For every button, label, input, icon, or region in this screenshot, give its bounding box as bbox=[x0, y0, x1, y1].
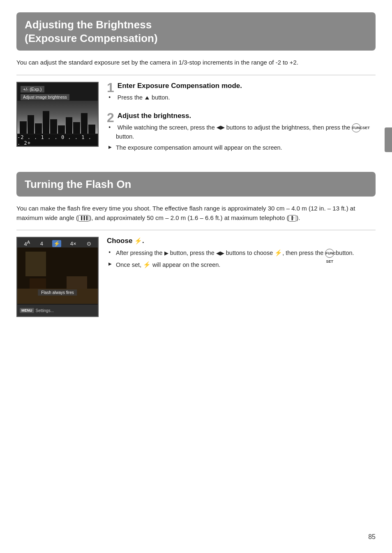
building bbox=[50, 119, 57, 134]
flash-bolt-inline: ⚡ bbox=[274, 249, 282, 256]
telephoto-icon: ▐↑ bbox=[288, 215, 296, 222]
flash-bolt-icon: ⚡ bbox=[134, 237, 142, 244]
page-number: 85 bbox=[368, 533, 376, 541]
flash-camera-image: 4A 4 ⚡ 4× ⊙ bbox=[16, 237, 99, 317]
flash-bullet2: Once set, ⚡ will appear on the screen. bbox=[108, 260, 376, 269]
step1-title: Enter Exposure Compensation mode. bbox=[107, 82, 376, 90]
flash-bullet1: After pressing the ▶ button, press the ◀… bbox=[108, 248, 376, 258]
svg-rect-4 bbox=[67, 276, 87, 289]
svg-rect-3 bbox=[25, 252, 46, 276]
flash-steps-content: Choose ⚡. After pressing the ▶ button, p… bbox=[107, 237, 376, 317]
step2-number: 2 bbox=[107, 111, 114, 124]
section2-intro: You can make the flash fire every time y… bbox=[16, 204, 376, 222]
flash-bullets: After pressing the ▶ button, press the ◀… bbox=[107, 248, 376, 269]
interior-image bbox=[17, 249, 98, 304]
cityscape-buildings bbox=[17, 109, 98, 134]
right-arrow-icon: ▶ bbox=[164, 250, 168, 257]
menu-button-label: MENU bbox=[20, 308, 34, 313]
flash-icon-4: 4 bbox=[39, 240, 44, 247]
building bbox=[35, 123, 42, 134]
building bbox=[43, 111, 50, 134]
settings-text: Settings... bbox=[36, 308, 54, 313]
step2-bullets: While watching the screen, press the ◀▶ … bbox=[107, 123, 376, 152]
step1-bullets: Press the button. bbox=[107, 93, 376, 102]
step2-title: Adjust the brightness. bbox=[107, 112, 376, 120]
building bbox=[28, 115, 35, 134]
section2: Turning the Flash On You can make the fl… bbox=[16, 172, 376, 317]
flash-icon-selected: ⚡ bbox=[52, 240, 61, 247]
flash-bottom-bar: MENU Settings... bbox=[17, 305, 98, 316]
exp-label: +/- (Exp.) bbox=[21, 86, 44, 93]
flash-always-label: Flash always fires bbox=[38, 289, 77, 296]
up-arrow-icon bbox=[145, 96, 149, 99]
section2-title: Turning the Flash On bbox=[25, 178, 367, 191]
step1-content: Enter Exposure Compensation mode. Press … bbox=[107, 82, 376, 102]
adj-label: Adjust image brightness bbox=[21, 94, 69, 100]
step2-content: Adjust the brightness. While watching th… bbox=[107, 112, 376, 152]
section1-divider bbox=[16, 75, 376, 75]
steps-area: +/- (Exp.) Adjust image brightness -2 . … bbox=[16, 82, 376, 162]
section1-intro: You can adjust the standard exposure set… bbox=[16, 58, 376, 67]
building bbox=[88, 125, 95, 134]
right-tab bbox=[385, 127, 392, 152]
step2-bullet2: The exposure compensation amount will ap… bbox=[108, 143, 376, 152]
building bbox=[20, 121, 27, 134]
exposure-camera-image: +/- (Exp.) Adjust image brightness -2 . … bbox=[16, 82, 99, 162]
scale-bar: -2 . . 1 . . 0 . . 1 . . 2+ bbox=[17, 134, 98, 146]
step2-bullet1: While watching the screen, press the ◀▶ … bbox=[108, 123, 376, 141]
flash-screen: 4A 4 ⚡ 4× ⊙ bbox=[16, 237, 99, 317]
building bbox=[81, 113, 88, 134]
step1-bullet1: Press the button. bbox=[108, 93, 376, 102]
flash-bolt-inline2: ⚡ bbox=[143, 261, 151, 268]
step1-number: 1 bbox=[107, 81, 114, 94]
step2: 2 Adjust the brightness. While watching … bbox=[107, 112, 376, 155]
section1-title: Adjusting the Brightness (Exposure Compe… bbox=[25, 18, 367, 45]
camera-screen: +/- (Exp.) Adjust image brightness -2 . … bbox=[16, 82, 99, 147]
step1: 1 Enter Exposure Compensation mode. Pres… bbox=[107, 82, 376, 104]
choose-flash-title: Choose ⚡. bbox=[107, 237, 376, 245]
building bbox=[66, 117, 73, 134]
lr-arrows-icon: ◀▶ bbox=[217, 124, 225, 132]
cityscape-bg bbox=[17, 101, 98, 134]
section2-divider bbox=[16, 230, 376, 230]
wide-angle-icon: ▐▐▐ bbox=[78, 215, 89, 222]
section1-header: Adjusting the Brightness (Exposure Compe… bbox=[16, 12, 376, 51]
svg-rect-5 bbox=[30, 278, 46, 289]
flash-icon-4x: 4× bbox=[69, 240, 78, 247]
building bbox=[58, 125, 65, 134]
func-set-icon2: FUNC SET bbox=[325, 249, 334, 258]
building bbox=[73, 122, 80, 134]
flash-icon-4a: 4A bbox=[23, 239, 31, 248]
steps-content: 1 Enter Exposure Compensation mode. Pres… bbox=[107, 82, 376, 162]
section2-header: Turning the Flash On bbox=[16, 172, 376, 197]
lr-arrows-icon2: ◀▶ bbox=[216, 250, 224, 257]
flash-section-steps: 4A 4 ⚡ 4× ⊙ bbox=[16, 237, 376, 317]
func-set-icon: FUNCSET bbox=[352, 123, 361, 132]
flash-icon-circle: ⊙ bbox=[85, 240, 92, 247]
